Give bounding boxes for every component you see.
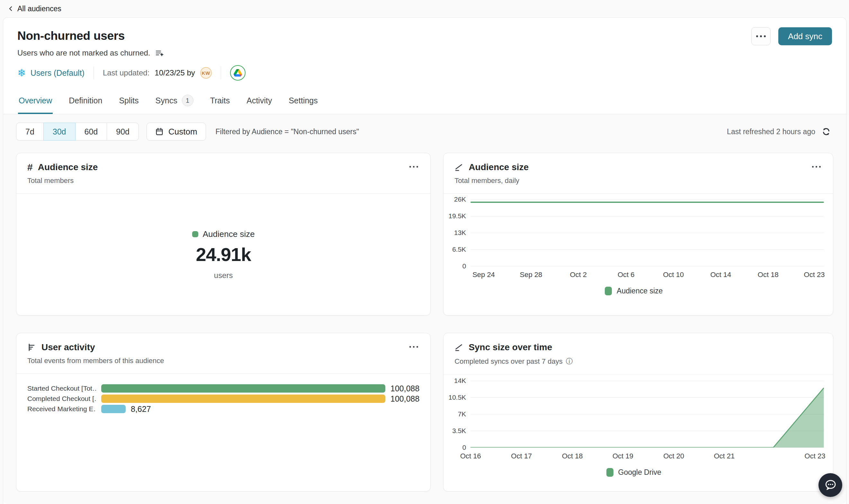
chevron-left-icon [8, 5, 14, 12]
range-7d-button[interactable]: 7d [16, 123, 44, 141]
y-tick: 13K [454, 229, 466, 237]
audience-size-line-chart: 26K 19.5K 13K 6.5K 0 Sep 24 Sep 28 Oct 2… [444, 194, 833, 315]
tab-activity[interactable]: Activity [246, 94, 273, 114]
tab-splits[interactable]: Splits [118, 94, 139, 114]
sync-area-fill [470, 388, 824, 448]
divider [93, 67, 94, 79]
trend-line-icon [454, 163, 463, 172]
tab-bar: Overview Definition Splits Syncs 1 Trait… [3, 94, 846, 114]
card-subtitle: Completed syncs over past 7 days [454, 357, 562, 366]
avatar: KW [200, 67, 212, 79]
custom-range-button[interactable]: Custom [146, 123, 206, 141]
chat-bubble-icon [824, 478, 837, 492]
tab-traits[interactable]: Traits [209, 94, 231, 114]
hash-icon: # [27, 162, 33, 172]
sync-area-line [470, 388, 824, 448]
source-model-link[interactable]: ❄ Users (Default) [17, 68, 85, 78]
audience-size-chart-card: Audience size Total members, daily 26K [443, 153, 833, 316]
y-tick: 7K [458, 410, 466, 418]
x-tick: Oct 10 [663, 271, 684, 279]
activity-bar-fill [101, 405, 126, 413]
x-tick: Oct 17 [511, 452, 532, 460]
x-tick: Sep 28 [520, 271, 542, 279]
x-tick: Sep 24 [472, 271, 495, 279]
syncs-count-badge: 1 [182, 95, 193, 106]
last-refreshed-text: Last refreshed 2 hours ago [727, 127, 815, 136]
range-90d-button[interactable]: 90d [107, 123, 139, 141]
divider [221, 67, 221, 79]
bar-label: Started Checkout [Tot… [27, 384, 96, 392]
calendar-icon [155, 127, 163, 136]
x-tick: Oct 6 [618, 271, 635, 279]
page-title: Non-churned users [17, 29, 832, 43]
bar-value: 100,088 [391, 394, 419, 403]
audience-size-trend-line [470, 202, 824, 203]
sync-size-area-chart: 14K 10.5K 7K 3.5K 0 Oct 16 Oct 17 Oct [444, 375, 833, 491]
horizontal-bar-chart-icon [27, 343, 36, 352]
date-range-segmented-control: 7d 30d 60d 90d [16, 123, 139, 141]
ellipsis-icon [410, 346, 411, 348]
x-tick: Oct 20 [663, 452, 684, 460]
last-updated-prefix: Last updated: [103, 68, 150, 77]
breadcrumb-label: All audiences [17, 4, 62, 13]
bar-row: Started Checkout [Tot… 100,088 [27, 383, 419, 394]
x-tick: Oct 16 [460, 452, 481, 460]
card-subtitle: Total members [27, 177, 419, 185]
breadcrumb[interactable]: All audiences [8, 4, 62, 13]
sync-size-card: Sync size over time Completed syncs over… [443, 333, 833, 491]
refresh-icon[interactable] [822, 127, 831, 136]
card-subtitle: Total events from members of this audien… [27, 357, 419, 365]
google-drive-icon [233, 69, 242, 77]
activity-bar-fill [101, 384, 385, 393]
y-tick: 0 [463, 262, 466, 270]
chat-support-button[interactable] [818, 473, 842, 497]
page-description: Users who are not marked as churned. [17, 49, 150, 57]
chart-legend: Google Drive [444, 468, 824, 477]
card-subtitle: Total members, daily [454, 177, 822, 185]
cards-grid: # Audience size Total members Audience s… [16, 153, 833, 491]
y-tick: 0 [463, 444, 466, 451]
stat-legend-label: Audience size [203, 229, 255, 239]
card-menu-button[interactable] [408, 164, 420, 169]
source-model-label: Users (Default) [31, 68, 85, 78]
x-tick: Oct 14 [710, 271, 731, 279]
tab-settings[interactable]: Settings [288, 94, 318, 114]
audience-panel: Non-churned users Users who are not mark… [3, 17, 846, 504]
audience-size-number-card: # Audience size Total members Audience s… [16, 153, 431, 316]
ellipsis-icon [756, 35, 758, 37]
top-bar: All audiences [0, 0, 849, 17]
last-updated-date: 10/23/25 by [155, 68, 195, 77]
tab-overview[interactable]: Overview [18, 94, 53, 114]
tab-syncs[interactable]: Syncs 1 [155, 94, 194, 114]
legend-swatch-green [606, 468, 613, 477]
x-tick: Oct 23 [804, 271, 825, 279]
more-options-button[interactable] [751, 27, 770, 45]
bar-value: 100,088 [391, 384, 419, 393]
bar-value: 8,627 [131, 404, 151, 414]
card-menu-button[interactable] [408, 344, 420, 349]
card-title: Audience size [38, 162, 98, 173]
y-tick: 6.5K [452, 246, 466, 253]
y-tick: 19.5K [448, 212, 466, 220]
snowflake-icon: ❄ [17, 68, 26, 78]
google-drive-destination-badge[interactable] [230, 65, 245, 80]
filter-description: Filtered by Audience = "Non-churned user… [215, 127, 359, 136]
x-tick: Oct 2 [570, 271, 587, 279]
range-30d-button[interactable]: 30d [44, 123, 75, 141]
card-title: User activity [41, 342, 95, 353]
bar-row: Completed Checkout [… 100,088 [27, 394, 419, 404]
edit-description-icon[interactable] [155, 49, 164, 57]
range-60d-button[interactable]: 60d [75, 123, 107, 141]
add-sync-button[interactable]: Add sync [778, 27, 832, 45]
user-activity-bar-chart: Started Checkout [Tot… 100,088 Completed… [16, 374, 430, 424]
card-menu-button[interactable] [810, 164, 822, 169]
legend-swatch-green [192, 231, 198, 237]
audience-size-value: 24.91k [196, 244, 250, 265]
tab-definition[interactable]: Definition [68, 94, 103, 114]
chart-legend: Audience size [444, 287, 824, 295]
x-tick: Oct 18 [758, 271, 779, 279]
info-icon[interactable]: ⓘ [566, 357, 573, 366]
panel-header: Non-churned users Users who are not mark… [3, 18, 846, 114]
activity-bar-fill [101, 395, 385, 403]
bar-label: Completed Checkout [… [27, 395, 96, 402]
